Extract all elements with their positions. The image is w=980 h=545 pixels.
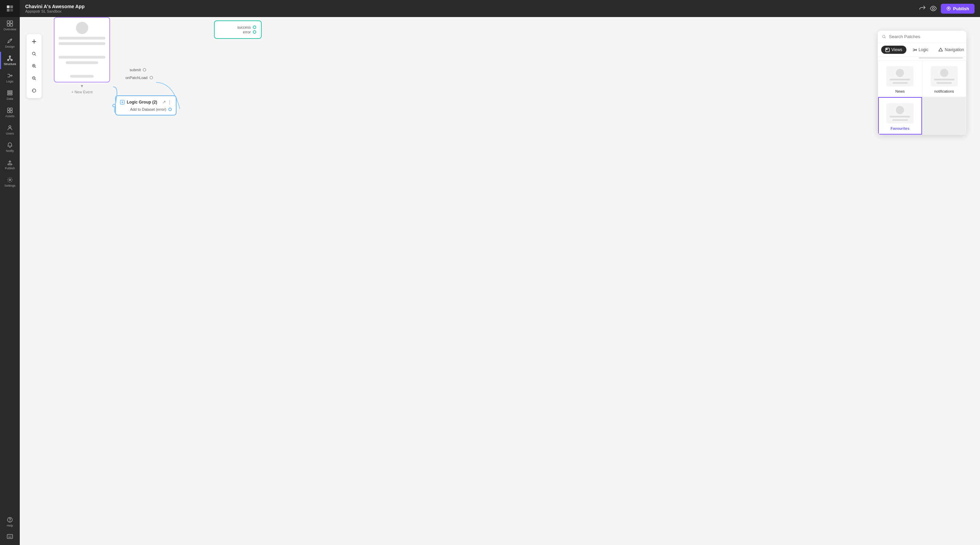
refresh-icon [31, 88, 37, 93]
sidebar-item-structure[interactable]: Structure [0, 52, 20, 69]
sidebar-publish-label: Publish [5, 167, 15, 170]
submit-event-row: submit [130, 68, 146, 72]
on-patch-load-label: onPatchLoad [126, 76, 148, 80]
app-subtitle: Appspotr SL Sandbox [25, 9, 84, 13]
mock-line-4 [66, 61, 99, 64]
logic-expand-button[interactable]: ↗ [162, 100, 166, 105]
svg-rect-2 [7, 9, 10, 11]
sidebar-data-label: Data [6, 97, 13, 100]
svg-point-8 [9, 56, 11, 57]
sidebar-item-users[interactable]: Users [0, 121, 20, 139]
svg-rect-11 [8, 91, 12, 92]
zoom-out-icon [31, 76, 37, 81]
svg-rect-3 [10, 9, 13, 11]
svg-rect-0 [7, 5, 10, 8]
search-tool-button[interactable] [29, 48, 40, 59]
logic-node-actions: ↗ ⋮ [162, 100, 172, 105]
sidebar-item-design[interactable]: Design [0, 34, 20, 52]
submit-label: submit [130, 68, 141, 72]
logic-group-icon [120, 100, 125, 105]
logic-node-title-text: Logic Group (2) [127, 100, 157, 105]
zoom-in-icon [31, 64, 37, 69]
svg-rect-13 [8, 94, 12, 95]
sidebar-overview-label: Overview [3, 28, 16, 31]
zoom-out-button[interactable] [29, 73, 40, 84]
sidebar-item-assets[interactable]: Assets [0, 104, 20, 121]
zoom-in-button[interactable] [29, 60, 40, 72]
svg-rect-5 [10, 21, 13, 23]
success-label: success [237, 25, 251, 29]
svg-rect-17 [10, 111, 12, 113]
dataset-label: Add to Dataset (error) [130, 107, 166, 111]
svg-point-26 [32, 52, 35, 55]
logic-icon [7, 73, 13, 79]
svg-rect-1 [10, 5, 13, 8]
screen-mock-avatar [76, 22, 88, 34]
sidebar-structure-label: Structure [4, 62, 16, 66]
svg-point-18 [9, 126, 11, 128]
screen-node-content [59, 22, 105, 78]
logic-input-port[interactable] [113, 104, 116, 107]
svg-point-9 [8, 59, 9, 60]
sidebar-item-data[interactable]: Data [0, 86, 20, 104]
sidebar-item-settings[interactable]: Settings [0, 173, 20, 191]
users-icon [7, 125, 13, 131]
sidebar-settings-label: Settings [5, 184, 16, 187]
canvas[interactable]: submit onPatchLoad ▾ + New Event success [20, 17, 490, 272]
chevron-icon: ▾ [81, 83, 83, 89]
sidebar-design-label: Design [5, 45, 15, 48]
sidebar-item-logic[interactable]: Logic [0, 69, 20, 86]
search-canvas-icon [31, 51, 37, 57]
publish-sidebar-icon [7, 159, 13, 165]
refresh-button[interactable] [29, 85, 40, 96]
app-name: Chavini A's Awesome App [25, 4, 84, 9]
on-patch-load-port[interactable] [150, 76, 153, 79]
notify-icon [7, 142, 13, 148]
svg-rect-16 [8, 111, 10, 113]
sidebar-logo [0, 0, 20, 17]
logic-menu-button[interactable]: ⋮ [167, 100, 172, 105]
mock-line-5 [70, 75, 94, 78]
svg-point-10 [11, 59, 12, 60]
on-patch-load-row: onPatchLoad [126, 76, 153, 80]
sidebar-item-overview[interactable]: Overview [0, 17, 20, 34]
settings-icon [7, 177, 13, 183]
sidebar-logic-label: Logic [6, 80, 14, 83]
svg-rect-19 [8, 164, 12, 165]
dataset-port-row: Add to Dataset (error) [120, 107, 172, 111]
sidebar-users-label: Users [6, 132, 14, 135]
error-port-row: error [220, 30, 256, 34]
topbar: Chavini A's Awesome App Appspotr SL Sand… [20, 0, 490, 17]
success-port[interactable] [253, 25, 256, 29]
new-event-label: + New Event [71, 90, 93, 94]
svg-point-20 [9, 179, 11, 181]
mock-line-1 [59, 37, 105, 40]
sidebar-item-publish[interactable]: Publish [0, 156, 20, 173]
logic-node-title: Logic Group (2) [120, 100, 157, 105]
data-icon [7, 90, 13, 96]
svg-rect-4 [7, 21, 10, 23]
topbar-title: Chavini A's Awesome App Appspotr SL Sand… [25, 4, 84, 13]
svg-rect-12 [8, 92, 12, 93]
mock-line-2 [59, 42, 105, 45]
error-port[interactable] [253, 30, 256, 34]
add-tool-button[interactable] [29, 36, 40, 47]
sidebar: Overview Design Structure Logic Data [0, 0, 20, 272]
assets-icon [7, 107, 13, 113]
structure-icon [7, 55, 13, 61]
mock-line-3 [59, 56, 105, 59]
overview-icon [7, 21, 13, 27]
error-label: error [243, 30, 251, 34]
chevron-button[interactable]: ▾ [81, 83, 83, 89]
design-icon [7, 38, 13, 44]
sidebar-item-notify[interactable]: Notify [0, 139, 20, 156]
sidebar-notify-label: Notify [6, 149, 14, 153]
svg-rect-6 [7, 24, 10, 26]
success-port-row: success [220, 25, 256, 29]
new-event-button[interactable]: + New Event [71, 90, 93, 94]
logic-node-header: Logic Group (2) ↗ ⋮ [120, 100, 172, 105]
dataset-port[interactable] [168, 108, 172, 111]
sidebar-assets-label: Assets [5, 114, 14, 118]
svg-rect-7 [10, 24, 13, 26]
submit-port[interactable] [143, 68, 146, 72]
